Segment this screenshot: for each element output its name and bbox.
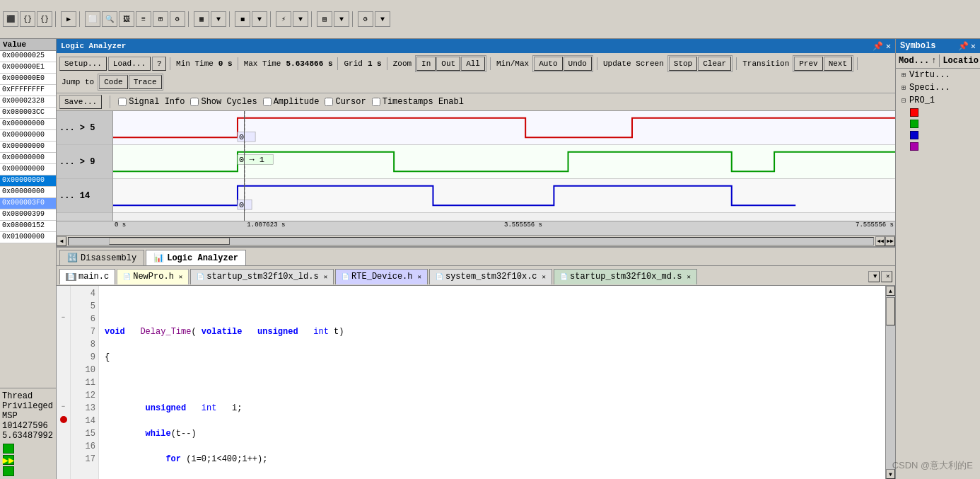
pin-symbol-icon[interactable]: 📌 <box>958 41 969 52</box>
code-tab-newpro[interactable]: 📄 NewPro.h ✕ <box>117 269 189 284</box>
sym-sub-4[interactable] <box>896 141 980 152</box>
auto-button[interactable]: Auto <box>534 57 562 71</box>
code-tab-startup-md[interactable]: 📄 startup_stm32f10x_md.s ✕ <box>554 269 697 284</box>
scroll-track[interactable] <box>68 237 874 246</box>
sort-arrow-icon[interactable]: ↑ <box>931 56 936 66</box>
stop-button[interactable]: Stop <box>669 57 697 71</box>
value-item-16[interactable]: 0x08000152 <box>0 221 56 232</box>
tab-logic-analyzer[interactable]: 📊 Logic Analyzer <box>146 250 246 265</box>
value-item-17[interactable]: 0x01000000 <box>0 232 56 243</box>
expand-pro1-icon[interactable]: ⊟ <box>902 96 906 105</box>
value-item-7[interactable]: 0x00000000 <box>0 119 56 130</box>
toolbar-btn-2[interactable]: {} <box>20 11 35 27</box>
trace-button[interactable]: Trace <box>129 75 162 89</box>
show-cycles-checkbox[interactable] <box>190 98 199 106</box>
zoom-all-button[interactable]: All <box>461 57 485 71</box>
value-item-2[interactable]: 0x000000E1 <box>0 62 56 74</box>
scroll-vert-track[interactable] <box>886 296 895 469</box>
scroll-right-arrow-inner[interactable]: ◀◀ <box>875 236 885 246</box>
toolbar-btn-6[interactable]: 🖼 <box>119 11 134 27</box>
value-item-15[interactable]: 0x08000399 <box>0 209 56 221</box>
toolbar-btn-17[interactable]: ▼ <box>334 11 349 27</box>
sym-item-speci[interactable]: ⊞ Speci... <box>896 81 980 94</box>
toolbar-btn-16[interactable]: ▤ <box>317 11 332 27</box>
cursor-checkbox-group[interactable]: Cursor <box>325 97 366 107</box>
value-item-4[interactable]: 0xFFFFFFFF <box>0 85 56 96</box>
value-item-8[interactable]: 0x00000000 <box>0 130 56 142</box>
sym-item-pro1[interactable]: ⊟ PRO_1 <box>896 94 980 107</box>
amplitude-checkbox[interactable] <box>263 98 272 106</box>
toolbar-btn-15[interactable]: ▼ <box>293 11 308 27</box>
toolbar-btn-5[interactable]: 🔍 <box>102 11 117 27</box>
code-tab-startup-ld-close[interactable]: ✕ <box>324 273 327 281</box>
timestamps-checkbox-group[interactable]: Timestamps Enabl <box>372 97 464 107</box>
cursor-checkbox[interactable] <box>325 98 333 106</box>
breakpoint-dot[interactable] <box>60 416 67 423</box>
toolbar-btn-18[interactable]: ⚙ <box>358 11 373 27</box>
toolbar-btn-13[interactable]: ▼ <box>252 11 267 27</box>
value-item-3[interactable]: 0x000000E0 <box>0 74 56 85</box>
code-tab-system[interactable]: 📄 system_stm32f10x.c ✕ <box>429 269 552 284</box>
value-item-14[interactable]: 0x000003F0 <box>0 198 56 209</box>
toolbar-btn-9[interactable]: ⚙ <box>170 11 185 27</box>
scroll-up-arrow[interactable]: ▲ <box>886 286 895 296</box>
toolbar-btn-14[interactable]: ⚡ <box>276 11 291 27</box>
tab-scroll-left[interactable]: ▼ <box>868 271 880 282</box>
amplitude-checkbox-group[interactable]: Amplitude <box>263 97 320 107</box>
scroll-left-arrow[interactable]: ◀ <box>57 236 66 246</box>
scroll-right-arrow-outer[interactable]: ▶▶ <box>885 236 895 246</box>
scroll-vert-thumb[interactable] <box>886 297 895 325</box>
tab-close-all[interactable]: ✕ <box>881 271 892 282</box>
next-button[interactable]: Next <box>824 57 852 71</box>
value-item-10[interactable]: 0x00000000 <box>0 153 56 164</box>
value-item-12[interactable]: 0x00000000 <box>0 175 56 187</box>
expand-virtu-icon[interactable]: ⊞ <box>902 71 906 79</box>
toolbar-btn-10[interactable]: ▦ <box>194 11 209 27</box>
code-tab-main-c[interactable]: 📄 main.c <box>59 269 115 284</box>
toolbar-btn-19[interactable]: ▼ <box>375 11 390 27</box>
signal-info-checkbox-group[interactable]: Signal Info <box>118 97 185 107</box>
sym-sub-3[interactable] <box>896 129 980 141</box>
toolbar-btn-arrow[interactable]: ▶ <box>61 11 76 27</box>
pin-icon[interactable]: 📌 <box>873 41 883 52</box>
signal-info-checkbox[interactable] <box>118 98 127 106</box>
scroll-thumb[interactable] <box>109 238 230 245</box>
toolbar-btn-4[interactable]: ⬜ <box>85 11 100 27</box>
value-item-13[interactable]: 0x00000000 <box>0 187 56 198</box>
toolbar-btn-8[interactable]: ⊞ <box>153 11 168 27</box>
code-tab-rte[interactable]: 📄 RTE_Device.h ✕ <box>335 269 428 284</box>
undo-button[interactable]: Undo <box>564 57 592 71</box>
code-tab-startup-md-close[interactable]: ✕ <box>687 273 690 281</box>
show-cycles-checkbox-group[interactable]: Show Cycles <box>190 97 257 107</box>
value-item-11[interactable]: 0x00000000 <box>0 164 56 175</box>
zoom-out-button[interactable]: Out <box>436 57 460 71</box>
sym-item-virtu[interactable]: ⊞ Virtu... <box>896 69 980 81</box>
value-item-9[interactable]: 0x00000000 <box>0 142 56 153</box>
toolbar-btn-7[interactable]: ≡ <box>136 11 151 27</box>
code-tab-newpro-close[interactable]: ✕ <box>179 273 182 281</box>
code-button[interactable]: Code <box>99 75 127 89</box>
scroll-down-arrow[interactable]: ▼ <box>886 469 895 479</box>
toolbar-btn-11[interactable]: ▼ <box>211 11 226 27</box>
timestamps-checkbox[interactable] <box>372 98 380 106</box>
value-item-6[interactable]: 0x080003CC <box>0 108 56 119</box>
sym-sub-2[interactable] <box>896 118 980 129</box>
toolbar-btn-3[interactable]: {} <box>37 11 52 27</box>
code-tab-system-close[interactable]: ✕ <box>542 273 546 281</box>
value-item-1[interactable]: 0x00000025 <box>0 51 56 62</box>
save-button[interactable]: Save... <box>59 95 102 109</box>
help-button[interactable]: ? <box>152 57 166 71</box>
tab-disassembly[interactable]: 🔣 Disassembly <box>59 250 144 265</box>
expand-speci-icon[interactable]: ⊞ <box>902 83 906 92</box>
toolbar-btn-1[interactable]: ⬛ <box>3 11 18 27</box>
value-item-5[interactable]: 0x00002328 <box>0 96 56 108</box>
code-tab-startup-ld[interactable]: 📄 startup_stm32f10x_ld.s ✕ <box>190 269 334 284</box>
zoom-in-button[interactable]: In <box>416 57 436 71</box>
toolbar-btn-12[interactable]: ◼ <box>235 11 250 27</box>
prev-button[interactable]: Prev <box>794 57 822 71</box>
code-tab-rte-close[interactable]: ✕ <box>418 273 421 281</box>
close-symbol-icon[interactable]: ✕ <box>971 41 976 52</box>
sym-sub-1[interactable] <box>896 107 980 118</box>
load-button[interactable]: Load... <box>108 57 151 71</box>
la-close-icon[interactable]: ✕ <box>886 41 891 52</box>
